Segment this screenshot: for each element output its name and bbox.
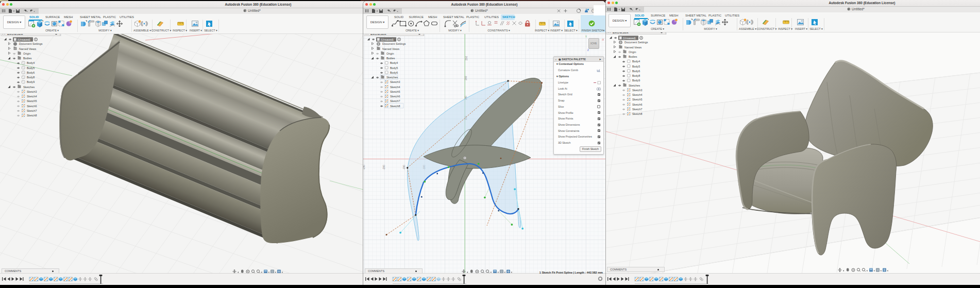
svg-text:Document Settings: Document Settings	[382, 42, 406, 45]
svg-text:Sketches: Sketches	[23, 86, 35, 89]
svg-text:Sketch8: Sketch8	[27, 114, 37, 117]
svg-text:Sketch6: Sketch6	[390, 95, 400, 98]
svg-text:Body4: Body4	[632, 60, 640, 63]
svg-text:Sketch4: Sketch4	[390, 86, 400, 89]
svg-text:Sketches: Sketches	[386, 76, 398, 79]
svg-text:Bodies: Bodies	[629, 55, 637, 58]
svg-text:Sketch5: Sketch5	[27, 99, 37, 103]
svg-text:250: 250	[465, 56, 468, 61]
svg-text:Sketch5: Sketch5	[632, 98, 642, 101]
svg-text:Named Views: Named Views	[624, 46, 641, 49]
svg-text:Sketch7: Sketch7	[632, 108, 642, 111]
svg-text:(Unsaved): (Unsaved)	[381, 38, 394, 41]
svg-text:200: 200	[465, 76, 468, 80]
svg-text:Sketch8: Sketch8	[390, 105, 400, 108]
svg-text:Sketch6: Sketch6	[632, 103, 642, 106]
svg-text:Body6: Body6	[27, 71, 35, 74]
svg-text:Body4: Body4	[390, 61, 398, 64]
svg-text:Sketch3: Sketch3	[632, 89, 642, 92]
svg-text:Sketch8: Sketch8	[632, 112, 642, 115]
svg-text:Origin: Origin	[629, 50, 636, 54]
svg-text:Body6: Body6	[632, 70, 640, 73]
svg-text:Body5: Body5	[632, 65, 640, 68]
svg-text:Sketch3: Sketch3	[27, 90, 37, 93]
svg-text:Sketch7: Sketch7	[390, 99, 400, 103]
svg-text:Origin: Origin	[386, 52, 394, 55]
svg-text:Sketch7: Sketch7	[27, 109, 37, 112]
svg-text:Body4: Body4	[27, 61, 35, 64]
svg-text:Bodies: Bodies	[23, 57, 32, 60]
svg-text:Body9: Body9	[27, 80, 35, 83]
svg-text:(Unsaved): (Unsaved)	[18, 38, 30, 41]
svg-text:(Unsaved): (Unsaved)	[623, 37, 636, 40]
svg-text:Document Settings: Document Settings	[624, 41, 648, 44]
svg-text:Named Views: Named Views	[19, 47, 36, 50]
svg-text:-250: -250	[363, 165, 365, 170]
svg-text:Named Views: Named Views	[382, 47, 399, 50]
svg-text:Body8: Body8	[27, 76, 35, 79]
svg-text:Body5: Body5	[390, 66, 398, 70]
svg-text:Body5: Body5	[27, 66, 35, 70]
svg-text:Sketch5: Sketch5	[390, 90, 400, 93]
svg-text:Document Settings: Document Settings	[19, 42, 43, 45]
svg-text:Sketch4: Sketch4	[632, 93, 642, 96]
svg-text:Sketch3: Sketch3	[390, 80, 400, 83]
svg-text:-200: -200	[382, 165, 385, 170]
svg-text:Sketch6: Sketch6	[27, 105, 37, 108]
svg-text:-150: -150	[402, 165, 405, 170]
svg-text:Body8: Body8	[632, 74, 640, 77]
svg-text:Sketch4: Sketch4	[27, 95, 37, 98]
svg-text:Sketches: Sketches	[629, 84, 640, 87]
svg-text:Origin: Origin	[23, 52, 30, 55]
svg-text:Bodies: Bodies	[386, 57, 395, 60]
svg-text:Body6: Body6	[390, 71, 398, 74]
svg-text:Body9: Body9	[632, 79, 640, 82]
